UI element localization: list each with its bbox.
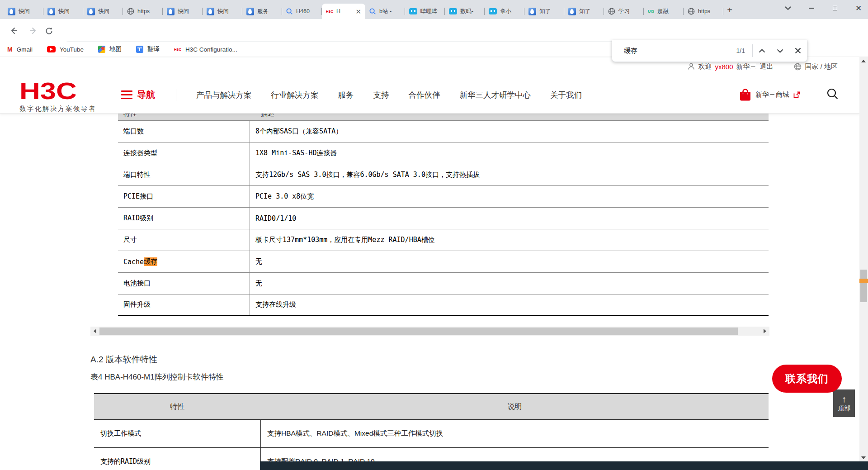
globe-icon [608,8,615,15]
vertical-scrollbar-thumb[interactable] [860,270,867,302]
forward-button[interactable] [26,24,41,38]
contact-us-button[interactable]: 联系我们 [772,365,842,393]
scroll-right-arrow-icon[interactable] [760,327,769,336]
scroll-down-arrow-icon[interactable] [861,456,866,459]
nav-item[interactable]: 支持 [373,90,389,100]
tab[interactable]: 快问 [43,4,83,19]
tab[interactable]: 服务 [242,4,282,19]
tab-close-icon[interactable]: ✕ [355,8,361,15]
nav-menu-label: 导航 [137,89,155,101]
tab[interactable]: 知了 [564,4,604,19]
find-previous-icon[interactable] [753,42,771,60]
tab[interactable]: 数码- [445,4,485,19]
h3c-logo-tagline: 数字化解决方案领导者 [19,104,96,113]
nav-item[interactable]: 合作伙伴 [409,90,440,100]
tab-search-chevron-icon[interactable] [783,3,793,13]
app-drop-icon [528,8,536,15]
horizontal-scrollbar-thumb[interactable] [99,328,738,335]
bookmark-item[interactable]: 地图 [98,45,122,53]
tab-active[interactable]: H3CH✕ [322,4,365,19]
app-drop-icon [8,8,15,15]
table-row: PCIE接口PCIe 3.0 x8位宽 [118,185,769,207]
nav-item[interactable]: 新华三人才研学中心 [460,90,531,100]
google-maps-icon [98,46,105,53]
tab-label: 服务 [257,8,278,15]
tab[interactable]: H460 [282,4,322,19]
software-table: 特性 说明 切换工作模式支持HBA模式、RAID模式、Mixed模式三种工作模式… [94,393,769,470]
table-row: 电池接口无 [118,272,769,294]
tab[interactable]: 知了 [524,4,564,19]
software-table-header-desc: 说明 [261,402,769,412]
minimize-button[interactable] [807,3,816,13]
header-right: 新华三商城 [739,76,839,114]
back-button[interactable] [6,24,21,38]
horizontal-scrollbar[interactable] [90,327,769,336]
main-nav: 导航 产品与解决方案行业解决方案服务支持合作伙伴新华三人才研学中心关于我们 [121,76,601,114]
tab[interactable]: 哔哩哔 [405,4,445,19]
feature-cell: 支持的RAID级别 [94,448,261,470]
tab[interactable]: 快问 [4,4,43,19]
tab[interactable]: https [684,4,723,19]
nav-item[interactable]: 关于我们 [550,90,582,100]
nav-item[interactable]: 产品与解决方案 [196,90,252,100]
description-cell: 无 [250,273,769,294]
tab[interactable]: 快问 [163,4,203,19]
table-row: Cache缓存无 [118,251,769,272]
nav-menu-button[interactable]: 导航 [121,89,155,101]
find-next-icon[interactable] [771,42,789,60]
software-table-header-feature: 特性 [94,402,261,412]
refresh-button[interactable] [42,24,56,38]
tab[interactable]: 拿小 [485,4,524,19]
description-cell: 无 [250,251,769,272]
youtube-icon [47,46,56,52]
tab-label: 快问 [98,8,119,15]
tab[interactable]: https [123,4,163,19]
back-to-top-button[interactable]: ↑ 顶部 [833,389,855,417]
tab[interactable]: UIS超融 [644,4,684,19]
logout-link[interactable]: 退出 [760,62,773,71]
find-input[interactable]: 缓存 [612,47,736,55]
site-search-icon[interactable] [826,88,839,102]
region-selector[interactable]: 国家 / 地区 [805,62,838,71]
h3c-logo-text: H3C [19,79,113,103]
close-window-button[interactable]: ✕ [854,3,863,13]
bookmark-item[interactable]: 翻译 [136,45,160,53]
find-close-icon[interactable] [789,42,807,60]
vertical-scrollbar[interactable] [859,57,868,470]
h3c-logo[interactable]: H3C 数字化解决方案领导者 [19,79,96,113]
nav-items-container: 产品与解决方案行业解决方案服务支持合作伙伴新华三人才研学中心关于我们 [196,90,601,100]
tab-label: H [336,8,352,14]
bookmark-item[interactable]: MGmail [7,46,33,53]
scroll-up-arrow-icon[interactable] [861,60,866,62]
bookmark-label: 翻译 [147,45,160,53]
window-controls: ✕ [783,0,863,16]
welcome-username[interactable]: yx800 [715,63,733,71]
tab[interactable]: b站 - [365,4,405,19]
maximize-button[interactable] [830,3,840,13]
spec-table: 特性 描述 端口数8个内部SAS口（兼容SATA）连接器类型1X8 Mini-S… [118,114,769,316]
spec-table-body: 端口数8个内部SAS口（兼容SATA）连接器类型1X8 Mini-SAS-HD连… [118,120,769,316]
feature-cell: 固件升级 [118,294,250,315]
up-arrow-icon: ↑ [842,394,846,404]
find-bar: 缓存 1/1 [612,40,807,62]
tab[interactable]: 快问 [203,4,242,19]
bookmark-item[interactable]: YouTube [47,46,84,53]
new-tab-button[interactable]: + [723,4,736,16]
feature-cell: 电池接口 [118,273,250,294]
description-cell: 支持HBA模式、RAID模式、Mixed模式三种工作模式切换 [261,420,769,447]
tab-label: 快问 [178,8,198,15]
description-cell: 支持在线升级 [250,294,769,315]
bookmark-item[interactable]: H3CH3C Configuratio... [174,46,237,53]
scroll-left-arrow-icon[interactable] [90,327,99,336]
description-cell: 8个内部SAS口（兼容SATA） [250,121,769,142]
nav-item[interactable]: 行业解决方案 [271,90,319,100]
feature-cell: 切换工作模式 [94,420,261,447]
nav-item[interactable]: 服务 [338,90,354,100]
feature-cell: Cache缓存 [118,251,250,272]
bookmark-label: 地图 [109,45,122,53]
tab[interactable]: 快问 [83,4,123,19]
store-link[interactable]: 新华三商城 [739,89,800,101]
tab[interactable]: 学习 [604,4,644,19]
uis-logo-icon: UIS [648,9,654,14]
page-footer-strip [260,461,868,470]
